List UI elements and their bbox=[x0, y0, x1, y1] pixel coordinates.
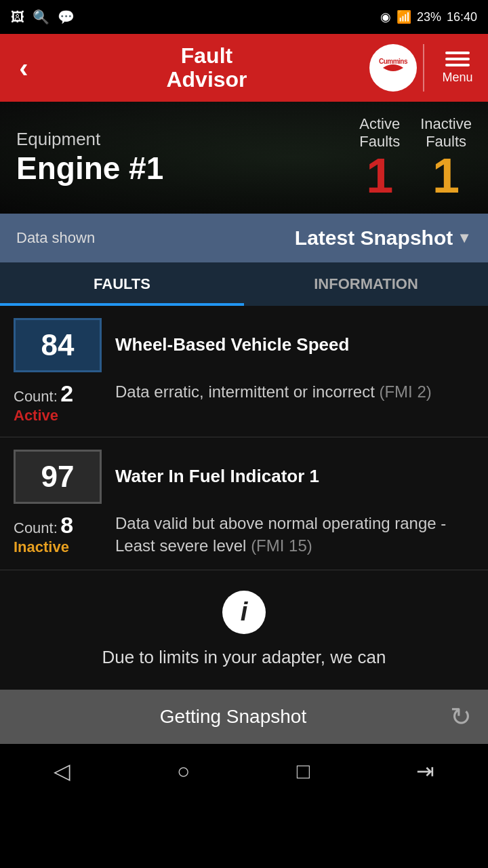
active-faults-label: ActiveFaults bbox=[359, 115, 400, 151]
fault-count-area: Count: 2 Active bbox=[14, 380, 102, 425]
data-shown-label: Data shown bbox=[16, 229, 295, 247]
fault-fmi: (FMI 2) bbox=[379, 382, 431, 401]
fault-code-box: 97 bbox=[14, 450, 102, 504]
count-label: Count: bbox=[14, 388, 58, 405]
tab-information[interactable]: INFORMATION bbox=[244, 262, 488, 306]
bottom-bar: Getting Snapshot ↻ bbox=[0, 690, 488, 744]
signal-icon: 📶 bbox=[396, 9, 411, 24]
equipment-label: Equipment bbox=[16, 129, 359, 150]
refresh-icon[interactable]: ↻ bbox=[450, 702, 472, 732]
count-value: 2 bbox=[60, 380, 73, 406]
tab-information-label: INFORMATION bbox=[314, 275, 418, 293]
inactive-faults-count: 1 bbox=[432, 151, 460, 200]
inactive-faults-group: InactiveFaults 1 bbox=[420, 115, 472, 200]
header-title-area: Fault Advisor bbox=[47, 44, 366, 92]
active-faults-count: 1 bbox=[366, 151, 393, 200]
fault-item-bottom: Count: 2 Active Data erratic, intermitte… bbox=[14, 380, 474, 425]
fault-list: 84 Wheel-Based Vehicle Speed Count: 2 Ac… bbox=[0, 306, 488, 570]
info-icon: i bbox=[222, 591, 266, 634]
equipment-section: Equipment Engine #1 ActiveFaults 1 Inact… bbox=[0, 102, 488, 214]
nav-home-button[interactable]: ○ bbox=[177, 759, 190, 784]
count-label: Count: bbox=[14, 519, 58, 536]
status-badge: Inactive bbox=[14, 538, 69, 555]
cummins-logo-circle: Cummins bbox=[369, 44, 417, 92]
fault-item-top: 97 Water In Fuel Indicator 1 bbox=[14, 450, 474, 504]
count-value: 8 bbox=[60, 512, 73, 538]
status-bar-left: 🖼 🔍 💬 bbox=[11, 9, 75, 25]
data-shown-bar[interactable]: Data shown Latest Snapshot ▼ bbox=[0, 214, 488, 262]
nav-recent-button[interactable]: □ bbox=[297, 759, 310, 784]
fault-description: Data erratic, intermittent or incorrect … bbox=[115, 380, 432, 403]
nav-extra-button[interactable]: ⇥ bbox=[416, 758, 434, 784]
fault-title: Wheel-Based Vehicle Speed bbox=[115, 334, 349, 357]
status-right: ◉ 📶 23% 16:40 bbox=[380, 9, 477, 24]
chevron-down-icon: ▼ bbox=[457, 229, 472, 247]
image-icon: 🖼 bbox=[11, 9, 24, 25]
tab-faults-label: FAULTS bbox=[94, 275, 150, 293]
search-icon: 🔍 bbox=[33, 9, 49, 25]
fault-count-area: Count: 8 Inactive bbox=[14, 512, 102, 556]
app-title: Fault Advisor bbox=[166, 44, 247, 92]
fault-title: Water In Fuel Indicator 1 bbox=[115, 465, 319, 488]
tab-faults[interactable]: FAULTS bbox=[0, 262, 244, 306]
menu-label: Menu bbox=[442, 71, 472, 85]
equipment-name: Engine #1 bbox=[16, 150, 359, 186]
bluetooth-icon: ◉ bbox=[380, 9, 391, 24]
nav-back-button[interactable]: ◁ bbox=[54, 758, 70, 784]
fault-item[interactable]: 97 Water In Fuel Indicator 1 Count: 8 In… bbox=[0, 437, 488, 570]
android-nav: ◁ ○ □ ⇥ bbox=[0, 744, 488, 798]
status-bar: 🖼 🔍 💬 ◉ 📶 23% 16:40 bbox=[0, 0, 488, 34]
faults-summary: ActiveFaults 1 InactiveFaults 1 bbox=[359, 115, 472, 200]
back-arrow-icon: ‹ bbox=[19, 53, 28, 83]
svg-text:Cummins: Cummins bbox=[379, 58, 408, 65]
bottom-bar-text: Getting Snapshot bbox=[16, 706, 450, 728]
fault-code-box: 84 bbox=[14, 318, 102, 372]
chat-icon: 💬 bbox=[58, 9, 75, 25]
active-faults-group: ActiveFaults 1 bbox=[359, 115, 400, 200]
menu-button[interactable]: Menu bbox=[427, 34, 488, 102]
time-text: 16:40 bbox=[447, 10, 477, 24]
status-badge: Active bbox=[14, 407, 58, 424]
equipment-name-area: Equipment Engine #1 bbox=[16, 129, 359, 186]
cummins-logo: Cummins bbox=[366, 41, 420, 95]
data-shown-value: Latest Snapshot bbox=[295, 226, 453, 250]
menu-lines-icon bbox=[445, 52, 470, 66]
fault-item-bottom: Count: 8 Inactive Data valid but above n… bbox=[14, 512, 474, 557]
fault-fmi: (FMI 15) bbox=[251, 536, 312, 555]
fault-item-top: 84 Wheel-Based Vehicle Speed bbox=[14, 318, 474, 372]
tabs-bar: FAULTS INFORMATION bbox=[0, 262, 488, 306]
back-button[interactable]: ‹ bbox=[0, 34, 47, 102]
info-section: i Due to limits in your adapter, we can bbox=[0, 570, 488, 690]
header-divider bbox=[423, 44, 424, 92]
inactive-faults-label: InactiveFaults bbox=[420, 115, 472, 151]
app-header: ‹ Fault Advisor Cummins Menu bbox=[0, 34, 488, 102]
fault-description: Data valid but above normal operating ra… bbox=[115, 512, 474, 557]
battery-text: 23% bbox=[417, 10, 441, 24]
fault-item[interactable]: 84 Wheel-Based Vehicle Speed Count: 2 Ac… bbox=[0, 306, 488, 437]
info-text: Due to limits in your adapter, we can bbox=[102, 645, 386, 669]
